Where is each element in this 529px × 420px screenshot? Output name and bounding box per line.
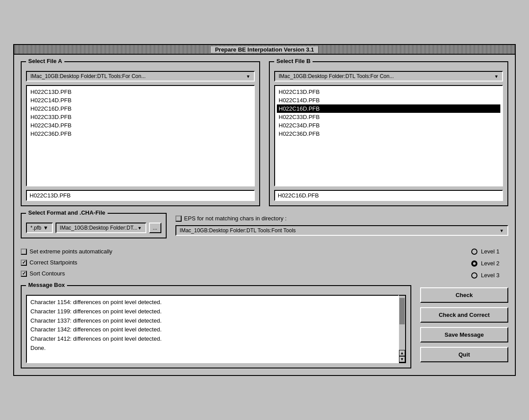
format-fieldset: Select Format and .CHA-File *.pfb ▼ IMac… (21, 213, 167, 238)
list-item[interactable]: H022C14D.PFB (29, 96, 252, 104)
level2-radio-label[interactable]: Level 2 (471, 260, 499, 267)
list-item[interactable]: H022C13D.PFB (29, 88, 252, 96)
file-b-fieldset: Select File B IMac_10GB:Desktop Folder:D… (269, 61, 508, 206)
message-line: Character 1154: differences on point lev… (30, 298, 395, 307)
message-legend: Message Box (26, 282, 67, 288)
sort-contours-label[interactable]: Sort Contours (21, 270, 462, 277)
format-controls: *.pfb ▼ IMac_10GB:Desktop Folder:DT... ▼… (26, 223, 161, 233)
window-title: Prepare BE Interpolation Version 3.1 (211, 46, 319, 53)
eps-checkbox[interactable] (175, 216, 182, 222)
file-selection-row: Select File A IMac_10GB:Desktop Folder:D… (21, 61, 508, 206)
level2-radio[interactable] (471, 260, 477, 267)
level3-radio-label[interactable]: Level 3 (471, 272, 499, 279)
list-item[interactable]: H022C14D.PFB (277, 96, 500, 104)
cha-file-dropdown[interactable]: IMac_10GB:Desktop Folder:DT... ▼ (56, 223, 146, 233)
save-message-button[interactable]: Save Message (420, 327, 508, 342)
set-extreme-points-label[interactable]: Set extreme points automatically (21, 248, 462, 255)
action-buttons-column: Check Check and Correct Save Message Qui… (420, 285, 508, 362)
list-item[interactable]: H022C33D.PFB (29, 113, 252, 121)
list-item[interactable]: H022C36D.PFB (29, 130, 252, 138)
dropdown-arrow-icon: ▼ (138, 226, 142, 230)
bottom-row: Message Box Character 1154: differences … (21, 285, 508, 368)
main-window: Prepare BE Interpolation Version 3.1 Sel… (13, 44, 516, 376)
file-a-panel: Select File A IMac_10GB:Desktop Folder:D… (21, 61, 260, 206)
title-bar: Prepare BE Interpolation Version 3.1 (14, 45, 515, 55)
scrollbar[interactable]: ▲ ▼ (399, 295, 406, 363)
sort-contours-checkbox[interactable] (21, 271, 27, 277)
list-item[interactable]: H022C13D.PFB (277, 88, 500, 96)
scroll-down-button[interactable]: ▼ (399, 356, 405, 362)
correct-startpoints-label[interactable]: Correct Startpoints (21, 259, 462, 266)
file-a-dropdown[interactable]: IMac_10GB:Desktop Folder:DTL Tools:For C… (26, 71, 255, 82)
list-item[interactable]: H022C16D.PFB (29, 104, 252, 113)
file-a-list[interactable]: H022C13D.PFB H022C14D.PFB H022C16D.PFB H… (26, 85, 255, 186)
list-item[interactable]: H022C33D.PFB (277, 113, 500, 121)
file-a-legend: Select File A (26, 58, 64, 64)
check-and-correct-button[interactable]: Check and Correct (420, 307, 508, 323)
message-line: Character 1337: differences on point lev… (30, 316, 395, 326)
format-legend: Select Format and .CHA-File (26, 209, 108, 216)
correct-startpoints-checkbox[interactable] (21, 260, 27, 266)
message-line: Character 1412: differences on point lev… (30, 335, 395, 344)
quit-button[interactable]: Quit (420, 347, 508, 362)
dropdown-arrow-icon: ▼ (494, 74, 499, 79)
message-panel: Message Box Character 1154: differences … (21, 285, 411, 368)
list-item[interactable]: H022C36D.PFB (277, 130, 500, 138)
level1-radio-label[interactable]: Level 1 (471, 248, 499, 255)
options-row: Set extreme points automatically Correct… (21, 246, 508, 279)
file-b-panel: Select File B IMac_10GB:Desktop Folder:D… (269, 61, 508, 206)
dropdown-arrow-icon: ▼ (246, 74, 250, 79)
file-b-dropdown[interactable]: IMac_10GB:Desktop Folder:DTL Tools:For C… (274, 71, 503, 82)
message-content: Character 1154: differences on point lev… (30, 298, 395, 353)
dropdown-arrow-icon: ▼ (43, 225, 48, 231)
message-box-wrapper: Character 1154: differences on point lev… (26, 295, 406, 363)
list-item[interactable]: H022C34D.PFB (277, 121, 500, 130)
middle-row: Select Format and .CHA-File *.pfb ▼ IMac… (21, 213, 508, 239)
list-item[interactable]: H022C34D.PFB (29, 121, 252, 130)
format-panel: Select Format and .CHA-File *.pfb ▼ IMac… (21, 213, 167, 238)
file-b-legend: Select File B (274, 58, 313, 64)
message-fieldset: Message Box Character 1154: differences … (21, 285, 411, 368)
eps-checkbox-row: EPS for not matching chars in directory … (175, 215, 508, 222)
checkboxes-column: Set extreme points automatically Correct… (21, 246, 462, 277)
level1-radio[interactable] (471, 249, 477, 255)
scrollbar-thumb[interactable] (399, 298, 405, 324)
eps-panel: EPS for not matching chars in directory … (175, 213, 508, 239)
format-type-dropdown[interactable]: *.pfb ▼ (26, 223, 53, 233)
file-a-selected-input[interactable] (26, 190, 255, 201)
file-b-selected-input[interactable] (274, 190, 503, 201)
file-b-list[interactable]: H022C13D.PFB H022C14D.PFB H022C16D.PFB H… (274, 85, 503, 186)
browse-button[interactable]: ... (149, 223, 161, 233)
message-line: Done. (30, 344, 395, 353)
dropdown-arrow-icon: ▼ (499, 228, 504, 233)
eps-directory-dropdown[interactable]: IMac_10GB:Desktop Folder:DTL Tools:Font … (175, 225, 508, 236)
message-box[interactable]: Character 1154: differences on point lev… (26, 295, 399, 363)
eps-checkbox-label[interactable]: EPS for not matching chars in directory … (175, 215, 287, 222)
scroll-up-button[interactable]: ▲ (399, 350, 405, 356)
message-line: Character 1199: differences on point lev… (30, 307, 395, 316)
levels-column: Level 1 Level 2 Level 3 (471, 246, 508, 279)
list-item[interactable]: H022C16D.PFB (277, 104, 500, 113)
check-button[interactable]: Check (420, 287, 508, 303)
file-a-fieldset: Select File A IMac_10GB:Desktop Folder:D… (21, 61, 260, 206)
message-line: Character 1342: differences on point lev… (30, 325, 395, 335)
level3-radio[interactable] (471, 272, 477, 279)
set-extreme-points-checkbox[interactable] (21, 249, 27, 255)
